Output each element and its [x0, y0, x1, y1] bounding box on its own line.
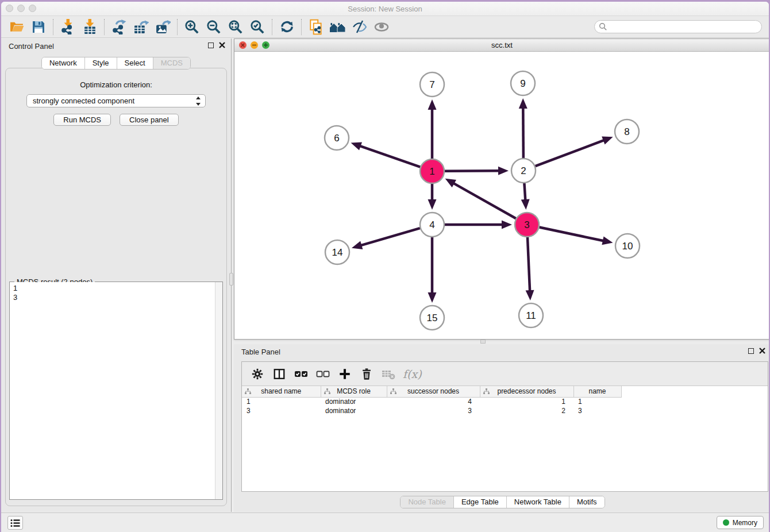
- memory-status-button[interactable]: Memory: [717, 516, 764, 529]
- delete-column-button[interactable]: [357, 365, 376, 383]
- save-session-button[interactable]: [28, 18, 49, 36]
- table-cell[interactable]: dominator: [321, 406, 387, 415]
- table-cell[interactable]: 1: [480, 397, 573, 406]
- table-settings-button[interactable]: [248, 365, 267, 383]
- tab-motifs[interactable]: Motifs: [569, 496, 605, 508]
- table-cell[interactable]: 4: [387, 397, 480, 406]
- table-cell[interactable]: 3: [387, 406, 480, 415]
- graph-edge-3-11[interactable]: [528, 237, 530, 292]
- tab-select[interactable]: Select: [117, 57, 153, 69]
- graph-node-label: 6: [334, 133, 339, 144]
- tab-edge-table[interactable]: Edge Table: [454, 496, 507, 508]
- float-table-panel-icon[interactable]: [748, 348, 754, 354]
- graph-edge-4-14[interactable]: [359, 228, 419, 246]
- tab-node-table[interactable]: Node Table: [401, 496, 454, 508]
- zoom-selected-button[interactable]: [247, 18, 268, 36]
- panel-splitter-handle[interactable]: [229, 273, 233, 286]
- optimization-criterion-select[interactable]: strongly connected component: [26, 94, 206, 107]
- tree-icon: [324, 388, 330, 395]
- column-header-predecessor-nodes[interactable]: predecessor nodes: [480, 386, 573, 397]
- select-all-button[interactable]: [291, 365, 311, 383]
- close-window-button[interactable]: [6, 5, 13, 12]
- import-network-button[interactable]: [57, 18, 79, 36]
- close-table-panel-icon[interactable]: [759, 348, 765, 354]
- delete-table-button[interactable]: [379, 365, 398, 383]
- table-row[interactable]: 3dominator323: [242, 406, 765, 415]
- graph-edge-arrowhead: [428, 292, 437, 303]
- import-network-icon: [60, 19, 76, 34]
- graph-edge-2-3[interactable]: [524, 183, 525, 202]
- home-houses-icon: [329, 20, 346, 34]
- eye-icon: [374, 20, 390, 34]
- hide-graphics-details-button[interactable]: [349, 18, 371, 36]
- unselect-all-button[interactable]: [313, 365, 333, 383]
- export-table-button[interactable]: [130, 18, 152, 36]
- show-columns-button[interactable]: [270, 365, 289, 383]
- tab-network-table[interactable]: Network Table: [507, 496, 569, 508]
- task-history-button[interactable]: [7, 516, 23, 530]
- column-header-shared-name[interactable]: shared name: [242, 386, 321, 397]
- checked-boxes-icon: [294, 369, 308, 379]
- tab-style[interactable]: Style: [85, 57, 117, 69]
- graph-edge-1-2[interactable]: [445, 171, 500, 171]
- graph-node-label: 11: [526, 310, 536, 321]
- zoom-window-button[interactable]: [29, 5, 36, 12]
- table-cell[interactable]: 3: [573, 406, 621, 415]
- refresh-view-button[interactable]: [276, 18, 298, 36]
- column-header-MCDS-role[interactable]: MCDS role: [321, 386, 387, 397]
- toolbar-separator: [104, 19, 105, 35]
- graph-edge-arrowhead: [602, 237, 613, 245]
- minimize-window-button[interactable]: [17, 5, 25, 12]
- zoom-in-button[interactable]: [181, 18, 203, 36]
- table-panel-header: Table Panel: [241, 344, 768, 359]
- graph-edge-3-1[interactable]: [452, 183, 516, 219]
- close-network-button[interactable]: [239, 41, 247, 49]
- close-panel-button[interactable]: Close panel: [120, 114, 179, 126]
- tab-network[interactable]: Network: [42, 57, 85, 69]
- table-cell[interactable]: 1: [242, 397, 321, 406]
- table-row[interactable]: 1dominator411: [242, 397, 765, 406]
- open-session-button[interactable]: [6, 18, 28, 36]
- mcds-result-list[interactable]: 13: [10, 282, 215, 499]
- refresh-icon: [279, 19, 295, 34]
- search-icon: [599, 22, 607, 31]
- toolbar-separator: [272, 19, 272, 35]
- tree-icon: [483, 388, 490, 395]
- export-image-button[interactable]: [152, 18, 174, 36]
- network-window-titlebar[interactable]: scc.txt: [234, 39, 769, 52]
- table-cell[interactable]: 3: [242, 406, 321, 415]
- table-cell[interactable]: dominator: [321, 397, 387, 406]
- zoom-fit-button[interactable]: [225, 18, 247, 36]
- graph-edge-2-9[interactable]: [523, 106, 523, 158]
- table-cell[interactable]: 2: [480, 406, 573, 415]
- show-graphics-details-button[interactable]: [371, 18, 392, 36]
- graph-edge-2-8[interactable]: [536, 140, 606, 166]
- graph-node-label: 10: [622, 241, 633, 252]
- float-panel-icon[interactable]: [208, 43, 214, 48]
- search-input[interactable]: [594, 20, 762, 33]
- column-header-successor-nodes[interactable]: successor nodes: [387, 386, 480, 397]
- column-header-name[interactable]: name: [573, 386, 621, 397]
- import-table-button[interactable]: [79, 18, 101, 36]
- graph-node-label: 1: [429, 166, 434, 177]
- horizontal-splitter-handle[interactable]: [480, 340, 486, 344]
- maximize-network-button[interactable]: [262, 41, 270, 49]
- create-column-button[interactable]: [335, 365, 355, 383]
- graph-edge-3-10[interactable]: [540, 228, 605, 241]
- graph-edge-arrowhead: [602, 137, 613, 145]
- graph-edge-1-6[interactable]: [359, 145, 420, 167]
- close-panel-icon[interactable]: [219, 42, 225, 48]
- mcds-result-scrollbar[interactable]: [215, 282, 222, 499]
- columns-icon: [273, 368, 286, 380]
- zoom-out-button[interactable]: [203, 18, 225, 36]
- minimize-network-button[interactable]: [251, 41, 258, 49]
- run-mcds-button[interactable]: Run MCDS: [53, 114, 111, 126]
- network-graph-canvas[interactable]: 7968124314101511: [234, 52, 769, 339]
- function-builder-icon[interactable]: f(x): [403, 368, 422, 380]
- network-overview-button[interactable]: [327, 18, 349, 36]
- clone-network-button[interactable]: [305, 18, 327, 36]
- tab-mcds[interactable]: MCDS: [153, 57, 190, 69]
- table-cell[interactable]: 1: [573, 397, 621, 406]
- table-header-row: shared nameMCDS rolesuccessor nodesprede…: [242, 386, 765, 397]
- layout-network-button[interactable]: [108, 18, 130, 36]
